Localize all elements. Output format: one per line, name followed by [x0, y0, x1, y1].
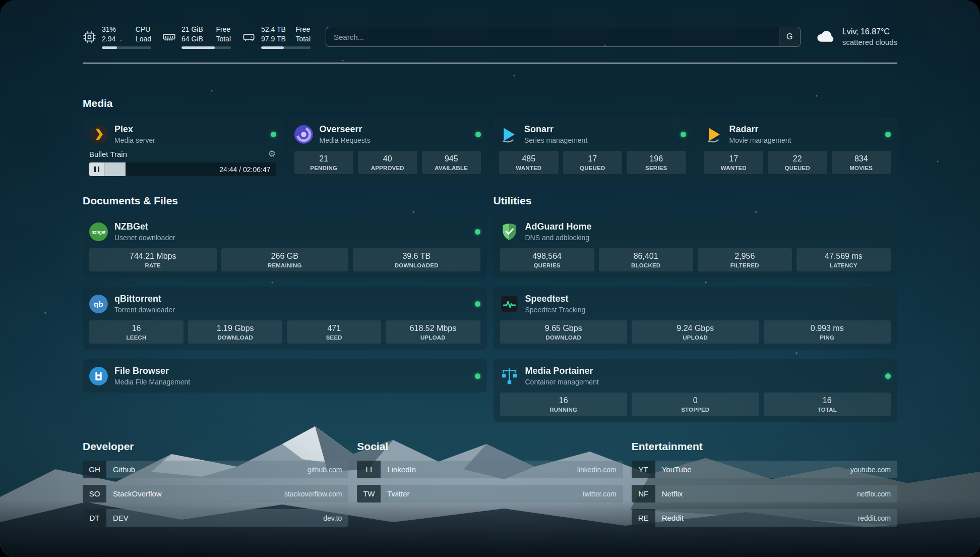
nzbget-status-dot: [475, 229, 480, 235]
section-utilities: Utilities: [494, 194, 898, 422]
section-social: Social LI LinkedIn linkedin.com TW Twitt…: [357, 440, 623, 533]
search-bar[interactable]: G: [326, 27, 801, 47]
portainer-icon: [500, 367, 519, 385]
plex-card[interactable]: Plex Media server Bullet Train ⚙ 24:44 /…: [83, 118, 283, 182]
qbittorrent-stat-leech: 16 LEECH: [89, 320, 183, 344]
cpu-usage-bar: [102, 46, 151, 49]
portainer-card[interactable]: Media Portainer Container management 16 …: [494, 359, 898, 422]
weather-widget: Lviv, 16.87°C scattered clouds: [816, 27, 897, 46]
overseerr-status-dot: [475, 132, 481, 137]
search-engine-button[interactable]: G: [779, 27, 800, 46]
nzbget-subtitle: Usenet downloader: [114, 234, 468, 242]
plex-status-dot: [271, 132, 276, 137]
speedtest-stat-ping: 0.993 ms PING: [764, 320, 891, 344]
adguard-subtitle: DNS and adblocking: [525, 234, 891, 242]
qbittorrent-stat-download: 1.19 Gbps DOWNLOAD: [188, 320, 282, 344]
ram-free-label: Free: [216, 25, 231, 34]
overseerr-card[interactable]: Overseerr Media Requests 21 PENDING 40 A…: [288, 118, 488, 182]
speedtest-title: Speedtest: [525, 294, 891, 304]
adguard-title: AdGuard Home: [525, 221, 891, 232]
sonarr-status-dot: [681, 132, 686, 137]
qbittorrent-subtitle: Torrent downloader: [114, 306, 468, 314]
weather-location: Lviv, 16.87°C: [842, 27, 897, 36]
disk-free-label: Free: [295, 25, 311, 34]
sonarr-stat-wanted: 485 WANTED: [499, 151, 559, 174]
bookmark-dev[interactable]: DT DEV dev.to: [83, 509, 348, 527]
disk-usage-bar: [261, 46, 311, 49]
bookmark-linkedin[interactable]: LI LinkedIn linkedin.com: [357, 461, 623, 478]
adguard-icon: [500, 222, 519, 241]
speedtest-card[interactable]: Speedtest Speedtest Tracking 9.65 Gbps D…: [494, 287, 898, 350]
plex-subtitle: Media server: [114, 136, 264, 144]
cpu-load-value: 2.94: [102, 34, 116, 43]
nzbget-card[interactable]: nzbget NZBGet Usenet downloader 74: [83, 215, 487, 277]
portainer-stat-stopped: 0 STOPPED: [632, 393, 759, 416]
nzbget-icon: nzbget: [89, 222, 108, 241]
qbittorrent-stat-seed: 471 SEED: [287, 320, 381, 344]
bookmark-netflix[interactable]: NF Netflix netflix.com: [632, 485, 897, 503]
bookmark-twitter[interactable]: TW Twitter twitter.com: [357, 485, 623, 503]
svg-text:nzbget: nzbget: [92, 229, 106, 234]
nzbget-title: NZBGet: [114, 221, 468, 232]
nzbget-stat-downloaded: 39.6 TB DOWNLOADED: [353, 248, 480, 271]
disk-total-label: Total: [295, 34, 311, 43]
filebrowser-card[interactable]: File Browser Media File Management: [83, 359, 487, 393]
disk-free-value: 52.4 TB: [261, 25, 286, 34]
radarr-status-dot: [885, 132, 891, 137]
reddit-abbr: RE: [632, 509, 655, 527]
plex-icon: [89, 125, 108, 144]
overseerr-icon: [294, 125, 313, 144]
radarr-subtitle: Movie management: [729, 136, 879, 144]
disk-total-value: 97.9 TB: [261, 34, 286, 43]
radarr-stat-queued: 22 QUEUED: [768, 151, 827, 174]
filebrowser-status-dot: [475, 373, 480, 379]
cloud-icon: [816, 28, 836, 45]
adguard-stat-queries: 498,564 QUERIES: [500, 248, 594, 271]
bookmark-stackoverflow[interactable]: SO StackOverflow stackoverflow.com: [83, 485, 348, 503]
radarr-card[interactable]: Radarr Movie management 17 WANTED 22 QUE…: [698, 118, 898, 182]
section-media: Media Plex Media server: [83, 97, 897, 182]
bookmark-reddit[interactable]: RE Reddit reddit.com: [632, 509, 897, 527]
topbar-divider: [83, 63, 897, 64]
overseerr-subtitle: Media Requests: [320, 136, 469, 144]
portainer-status-dot: [885, 373, 891, 379]
bookmark-github[interactable]: GH Github github.com: [83, 461, 348, 478]
qbittorrent-card[interactable]: qb qBittorrent Torrent downloader: [83, 287, 487, 350]
sonarr-icon: [499, 125, 518, 144]
bookmark-youtube[interactable]: YT YouTube youtube.com: [632, 461, 897, 478]
twitter-abbr: TW: [357, 485, 381, 503]
documents-section-title: Documents & Files: [83, 194, 487, 207]
topbar: 31% 2.94 CPU Load: [83, 22, 897, 51]
filebrowser-icon: [89, 367, 108, 385]
stackoverflow-abbr: SO: [83, 485, 106, 503]
adguard-stat-blocked: 86,401 BLOCKED: [599, 248, 693, 271]
playback-progress-bar[interactable]: 24:44 / 02:06:47: [89, 162, 276, 176]
adguard-card[interactable]: AdGuard Home DNS and adblocking 498,564 …: [494, 215, 898, 277]
cpu-label: CPU: [136, 25, 151, 34]
radarr-stat-movies: 834 MOVIES: [832, 151, 891, 174]
pause-icon[interactable]: [89, 162, 105, 176]
ram-free-value: 21 GiB: [181, 25, 203, 34]
overseerr-stat-pending: 21 PENDING: [294, 151, 354, 174]
sonarr-stat-queued: 17 QUEUED: [563, 151, 623, 174]
media-section-title: Media: [83, 97, 897, 110]
cpu-icon: [83, 30, 96, 44]
section-entertainment: Entertainment YT YouTube youtube.com NF …: [632, 440, 897, 533]
gear-icon[interactable]: ⚙: [268, 149, 276, 158]
adguard-stat-filtered: 2,956 FILTERED: [698, 248, 792, 271]
netflix-abbr: NF: [632, 485, 655, 503]
overseerr-stat-approved: 40 APPROVED: [358, 151, 417, 174]
search-input[interactable]: [326, 27, 779, 46]
nzbget-stat-rate: 744.21 Mbps RATE: [89, 248, 217, 271]
svg-text:qb: qb: [94, 300, 103, 308]
sonarr-card[interactable]: Sonarr Series management 485 WANTED 17 Q…: [493, 118, 693, 182]
nzbget-stat-remaining: 266 GB REMAINING: [221, 248, 349, 271]
speedtest-stat-download: 9.65 Gbps DOWNLOAD: [500, 320, 628, 344]
section-documents: Documents & Files nzbget: [83, 194, 487, 422]
linkedin-abbr: LI: [357, 461, 381, 478]
filebrowser-subtitle: Media File Management: [114, 378, 468, 386]
playback-time: 24:44 / 02:06:47: [219, 165, 270, 174]
weather-condition: scattered clouds: [842, 38, 897, 46]
sonarr-stat-series: 196 SERIES: [627, 151, 686, 174]
overseerr-stat-available: 945 AVAILABLE: [422, 151, 481, 174]
